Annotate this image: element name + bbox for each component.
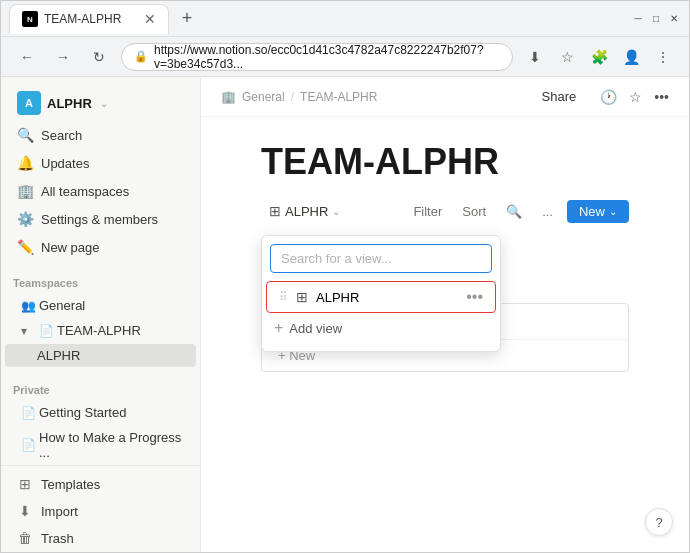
search-icon: 🔍 <box>17 127 33 143</box>
teamspaces-icon: 🏢 <box>17 183 33 199</box>
sidebar-item-settings-label: Settings & members <box>41 212 158 227</box>
team-alphr-expand-icon: ▾ <box>21 324 35 338</box>
sidebar-item-alphr[interactable]: ALPHR <box>5 344 196 367</box>
minimize-button[interactable]: ─ <box>631 12 645 26</box>
breadcrumb-general[interactable]: General <box>242 90 285 104</box>
view-selector[interactable]: ⊞ ALPHR ⌄ <box>261 199 348 223</box>
new-button-label: New <box>579 204 605 219</box>
sidebar-getting-started-label: Getting Started <box>39 405 126 420</box>
dropdown-view-icon: ⊞ <box>296 289 308 305</box>
back-button[interactable]: ← <box>13 43 41 71</box>
address-actions: ⬇ ☆ 🧩 👤 ⋮ <box>521 43 677 71</box>
sidebar-item-teamspaces-label: All teamspaces <box>41 184 129 199</box>
menu-icon[interactable]: ⋮ <box>649 43 677 71</box>
teamspaces-section-label: Teamspaces <box>1 269 200 293</box>
help-label: ? <box>655 515 662 530</box>
view-chevron-icon: ⌄ <box>332 206 340 217</box>
favorite-icon[interactable]: ☆ <box>629 89 642 105</box>
sidebar-item-general[interactable]: 👥 General <box>5 294 196 317</box>
sidebar-item-search[interactable]: 🔍 Search <box>5 122 196 148</box>
page-body: TEAM-ALPHR ⊞ ALPHR ⌄ Filter Sort 🔍 ... <box>201 117 689 552</box>
download-icon[interactable]: ⬇ <box>521 43 549 71</box>
sidebar-item-team-alphr[interactable]: ▾ 📄 TEAM-ALPHR <box>5 319 196 342</box>
sidebar-templates-label: Templates <box>41 477 100 492</box>
db-toolbar-actions: Filter Sort 🔍 ... New ⌄ <box>407 200 629 223</box>
team-alphr-page-icon: 📄 <box>39 324 53 338</box>
sidebar-trash-label: Trash <box>41 531 74 546</box>
view-icon: ⊞ <box>269 203 281 219</box>
extensions-icon[interactable]: 🧩 <box>585 43 613 71</box>
how-to-make-icon: 📄 <box>21 438 35 452</box>
app-body: A ALPHR ⌄ 🔍 Search 🔔 Updates 🏢 All teams… <box>1 77 689 552</box>
sidebar-item-trash[interactable]: 🗑 Trash <box>5 525 196 551</box>
ssl-icon: 🔒 <box>134 50 148 63</box>
workspace-selector[interactable]: A ALPHR ⌄ <box>5 85 196 121</box>
general-icon: 👥 <box>21 299 35 313</box>
reload-button[interactable]: ↻ <box>85 43 113 71</box>
profile-icon[interactable]: 👤 <box>617 43 645 71</box>
tab-title: TEAM-ALPHR <box>44 12 121 26</box>
sidebar-item-import[interactable]: ⬇ Import <box>5 498 196 524</box>
view-name: ALPHR <box>285 204 328 219</box>
settings-icon: ⚙️ <box>17 211 33 227</box>
window-controls: ─ □ ✕ <box>631 12 681 26</box>
sidebar-how-to-make-label: How to Make a Progress ... <box>39 430 188 460</box>
workspace-chevron-icon: ⌄ <box>100 98 108 109</box>
import-icon: ⬇ <box>17 503 33 519</box>
help-button[interactable]: ? <box>645 508 673 536</box>
tab-close-button[interactable]: ✕ <box>144 11 156 27</box>
main-content: 🏢 General / TEAM-ALPHR Share 🕐 ☆ ••• TEA… <box>201 77 689 552</box>
drag-handle-icon: ⠿ <box>279 290 288 304</box>
sidebar-team-alphr-label: TEAM-ALPHR <box>57 323 141 338</box>
sidebar-item-newpage-label: New page <box>41 240 100 255</box>
sidebar-general-label: General <box>39 298 85 313</box>
page-header: 🏢 General / TEAM-ALPHR Share 🕐 ☆ ••• <box>201 77 689 117</box>
more-options-icon[interactable]: ••• <box>654 89 669 105</box>
add-view-label: Add view <box>289 321 342 336</box>
sidebar-item-new-page[interactable]: ✏️ New page <box>5 234 196 260</box>
url-bar[interactable]: 🔒 https://www.notion.so/ecc0c1d41c3c4782… <box>121 43 513 71</box>
new-tab-button[interactable]: + <box>173 5 201 33</box>
more-button[interactable]: ... <box>536 201 559 222</box>
trash-icon: 🗑 <box>17 530 33 546</box>
browser-frame: N TEAM-ALPHR ✕ + ─ □ ✕ ← → ↻ 🔒 https://w… <box>0 0 690 553</box>
new-record-button[interactable]: New ⌄ <box>567 200 629 223</box>
maximize-button[interactable]: □ <box>649 12 663 26</box>
add-view-icon: + <box>274 319 283 337</box>
sidebar-import-label: Import <box>41 504 78 519</box>
sidebar-item-all-teamspaces[interactable]: 🏢 All teamspaces <box>5 178 196 204</box>
sidebar-item-settings[interactable]: ⚙️ Settings & members <box>5 206 196 232</box>
page-title: TEAM-ALPHR <box>261 141 629 183</box>
sidebar-item-how-to-make[interactable]: 📄 How to Make a Progress ... <box>5 426 196 464</box>
templates-icon: ⊞ <box>17 476 33 492</box>
add-view-button[interactable]: + Add view <box>262 313 500 343</box>
url-text: https://www.notion.so/ecc0c1d41c3c4782a4… <box>154 43 500 71</box>
close-button[interactable]: ✕ <box>667 12 681 26</box>
view-search-input[interactable] <box>270 244 492 273</box>
getting-started-icon: 📄 <box>21 406 35 420</box>
sort-button[interactable]: Sort <box>456 201 492 222</box>
sidebar-item-search-label: Search <box>41 128 82 143</box>
breadcrumb-team-alphr[interactable]: TEAM-ALPHR <box>300 90 377 104</box>
sidebar-item-templates[interactable]: ⊞ Templates <box>5 471 196 497</box>
tab-favicon: N <box>22 11 38 27</box>
forward-button[interactable]: → <box>49 43 77 71</box>
bookmark-icon[interactable]: ☆ <box>553 43 581 71</box>
tab-bar: N TEAM-ALPHR ✕ + <box>9 4 627 34</box>
sidebar-item-updates[interactable]: 🔔 Updates <box>5 150 196 176</box>
db-toolbar: ⊞ ALPHR ⌄ Filter Sort 🔍 ... New ⌄ <box>261 199 629 223</box>
sidebar-item-getting-started[interactable]: 📄 Getting Started <box>5 401 196 424</box>
view-dropdown: ⠿ ⊞ ALPHR ••• + Add view <box>261 235 501 352</box>
search-button[interactable]: 🔍 <box>500 201 528 222</box>
breadcrumb-workspace-icon: 🏢 <box>221 90 236 104</box>
history-icon[interactable]: 🕐 <box>600 89 617 105</box>
dropdown-view-more-icon[interactable]: ••• <box>466 288 483 306</box>
page-actions: Share 🕐 ☆ ••• <box>530 85 669 108</box>
private-section-label: Private <box>1 376 200 400</box>
filter-button[interactable]: Filter <box>407 201 448 222</box>
browser-titlebar: N TEAM-ALPHR ✕ + ─ □ ✕ <box>1 1 689 37</box>
dropdown-view-alphr[interactable]: ⠿ ⊞ ALPHR ••• <box>266 281 496 313</box>
new-button-chevron-icon: ⌄ <box>609 206 617 217</box>
active-tab[interactable]: N TEAM-ALPHR ✕ <box>9 4 169 34</box>
share-button[interactable]: Share <box>530 85 589 108</box>
